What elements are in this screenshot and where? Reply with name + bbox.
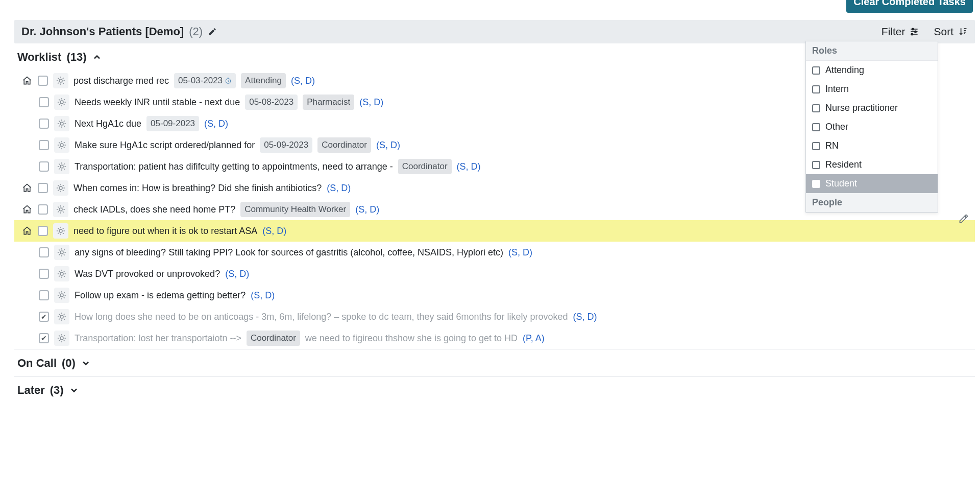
- task-checkbox[interactable]: [39, 290, 49, 300]
- svg-line-111: [59, 314, 60, 315]
- filter-role-item[interactable]: Resident: [806, 155, 938, 174]
- date-pill: 05-09-2023: [260, 137, 312, 153]
- edit-list-icon[interactable]: [208, 27, 217, 36]
- svg-line-75: [58, 228, 59, 229]
- filter-role-item[interactable]: Nurse practitioner: [806, 99, 938, 117]
- task-link[interactable]: (S, D): [251, 289, 275, 302]
- task-link[interactable]: (S, D): [359, 96, 383, 109]
- brightness-icon[interactable]: [54, 245, 69, 260]
- brightness-icon[interactable]: [54, 137, 69, 153]
- task-row: How long does she need to be on anticoag…: [14, 306, 975, 327]
- svg-point-115: [60, 337, 63, 340]
- filter-role-item[interactable]: Attending: [806, 61, 938, 80]
- task-link[interactable]: (S, D): [225, 267, 249, 281]
- filter-role-item[interactable]: Intern: [806, 80, 938, 99]
- brightness-icon[interactable]: [53, 223, 68, 239]
- svg-line-69: [63, 207, 63, 207]
- svg-line-49: [64, 169, 64, 169]
- task-checkbox[interactable]: [38, 226, 48, 236]
- task-link[interactable]: (S, D): [457, 160, 481, 174]
- svg-line-41: [59, 147, 60, 148]
- task-link[interactable]: (S, D): [573, 310, 597, 324]
- brightness-icon[interactable]: [54, 116, 69, 131]
- task-link[interactable]: (S, D): [355, 203, 379, 217]
- svg-line-78: [63, 228, 63, 229]
- brightness-icon[interactable]: [54, 288, 69, 303]
- filter-checkbox[interactable]: [812, 142, 820, 150]
- task-checkbox[interactable]: [39, 247, 49, 257]
- task-checkbox[interactable]: [39, 269, 49, 279]
- svg-line-84: [59, 250, 60, 250]
- task-row: Follow up exam - is edema getting better…: [14, 285, 975, 306]
- svg-point-25: [60, 122, 63, 125]
- list-header: Dr. Johnson's Patients [Demo] (2) Filter…: [14, 20, 975, 43]
- svg-line-21: [59, 100, 60, 100]
- brightness-icon[interactable]: [54, 266, 69, 281]
- filter-role-label: Resident: [825, 159, 862, 170]
- filter-checkbox[interactable]: [812, 123, 820, 131]
- home-icon[interactable]: [21, 204, 33, 215]
- filter-checkbox[interactable]: [812, 85, 820, 93]
- brightness-icon[interactable]: [53, 202, 68, 217]
- section-oncall: On Call (0): [14, 349, 975, 377]
- svg-line-123: [64, 336, 64, 336]
- task-checkbox[interactable]: [39, 119, 49, 129]
- filter-checkbox[interactable]: [812, 104, 820, 112]
- task-checkbox[interactable]: [39, 333, 49, 343]
- task-link[interactable]: (P, A): [523, 332, 545, 345]
- task-checkbox[interactable]: [39, 140, 49, 150]
- svg-line-93: [59, 271, 60, 272]
- task-text: post discharge med rec: [74, 74, 169, 88]
- brightness-icon[interactable]: [53, 180, 68, 196]
- svg-line-58: [63, 190, 63, 191]
- filter-checkbox[interactable]: [812, 161, 820, 169]
- svg-point-70: [59, 229, 62, 232]
- task-link[interactable]: (S, D): [291, 74, 315, 88]
- edit-task-icon[interactable]: [959, 214, 969, 224]
- filter-roles-heading: Roles: [806, 41, 938, 61]
- filter-dropdown: Roles AttendingInternNurse practitionerO…: [805, 41, 938, 213]
- list-patient-count: (2): [189, 25, 203, 38]
- svg-line-30: [59, 121, 60, 122]
- svg-line-102: [59, 293, 60, 293]
- task-checkbox[interactable]: [38, 204, 48, 215]
- brightness-icon[interactable]: [54, 159, 69, 174]
- list-title: Dr. Johnson's Patients [Demo]: [21, 25, 184, 38]
- svg-line-95: [59, 276, 60, 276]
- clear-completed-button[interactable]: Clear Completed Tasks: [846, 0, 973, 13]
- task-text: Needs weekly INR until stable - next due: [75, 96, 240, 109]
- home-icon[interactable]: [21, 76, 33, 86]
- brightness-icon[interactable]: [54, 309, 69, 324]
- filter-role-item[interactable]: Student: [806, 174, 938, 193]
- task-link[interactable]: (S, D): [262, 224, 286, 238]
- task-checkbox[interactable]: [39, 312, 49, 322]
- filter-role-item[interactable]: RN: [806, 136, 938, 155]
- brightness-icon[interactable]: [54, 331, 69, 346]
- brightness-icon[interactable]: [54, 95, 69, 110]
- task-checkbox[interactable]: [38, 76, 48, 86]
- task-link[interactable]: (S, D): [327, 181, 351, 195]
- section-oncall-header[interactable]: On Call (0): [14, 349, 975, 376]
- brightness-icon[interactable]: [53, 73, 68, 88]
- task-row: Transportation: lost her transportaiotn …: [14, 327, 975, 349]
- svg-line-32: [59, 126, 60, 126]
- task-link[interactable]: (S, D): [204, 117, 228, 131]
- filter-role-item[interactable]: Other: [806, 117, 938, 136]
- task-checkbox[interactable]: [39, 161, 49, 172]
- task-checkbox[interactable]: [39, 97, 49, 107]
- task-link[interactable]: (S, D): [508, 246, 532, 260]
- filter-checkbox[interactable]: [812, 66, 820, 75]
- section-later-label: Later: [17, 384, 45, 397]
- section-later-header[interactable]: Later (3): [14, 377, 975, 403]
- task-row: need to figure out when it is ok to rest…: [14, 220, 975, 242]
- svg-line-103: [64, 297, 64, 298]
- task-link[interactable]: (S, D): [376, 138, 400, 152]
- filter-checkbox[interactable]: [812, 180, 820, 188]
- home-icon[interactable]: [21, 226, 33, 236]
- filter-button[interactable]: Filter: [881, 26, 920, 38]
- sort-button[interactable]: Sort: [934, 26, 968, 38]
- svg-line-14: [63, 78, 63, 79]
- svg-point-4: [915, 31, 916, 32]
- home-icon[interactable]: [21, 183, 33, 193]
- task-checkbox[interactable]: [38, 183, 48, 193]
